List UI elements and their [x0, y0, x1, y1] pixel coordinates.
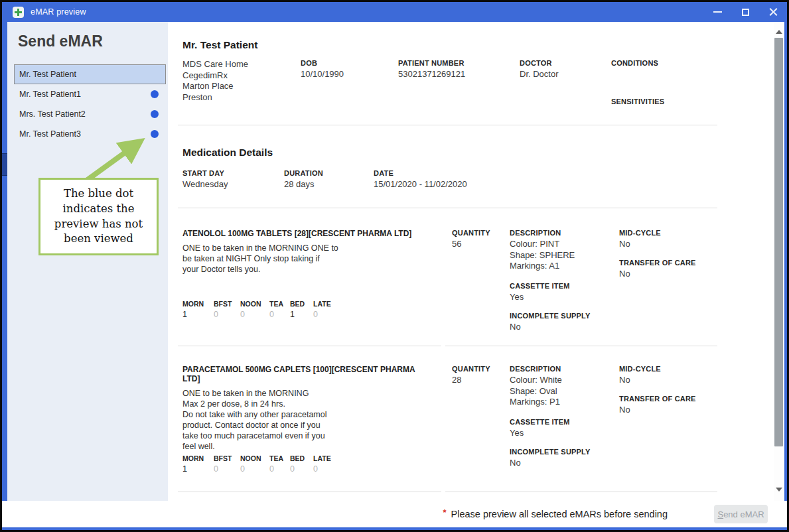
- unviewed-dot-icon: [151, 90, 159, 98]
- doctor-field: DOCTOR Dr. Doctor: [520, 59, 559, 79]
- incomplete-supply-value: No: [510, 458, 619, 468]
- window-controls: [703, 2, 787, 22]
- cassette-item-value: Yes: [510, 292, 619, 302]
- scroll-up-icon[interactable]: [776, 30, 782, 34]
- cassette-item-label: CASSETTE ITEM: [510, 418, 619, 426]
- dose-time-label: NOON: [240, 300, 269, 308]
- patient-list-item[interactable]: Mr. Test Patient: [14, 64, 166, 84]
- dose-time-label: TEA: [269, 300, 290, 308]
- description-value: Colour: PINT Shape: SPHERE Markings: A1: [510, 239, 619, 272]
- left-border-grip[interactable]: [2, 153, 7, 176]
- cycle-column: MID-CYCLE No TRANSFER OF CARE No: [619, 229, 717, 332]
- medication-divider: [445, 346, 717, 346]
- dose-value: 0: [240, 310, 269, 319]
- emar-preview-window: eMAR preview Send eMAR Mr. Test Patient …: [0, 0, 789, 532]
- dose-value: 0: [269, 464, 290, 474]
- quantity-value: 56: [452, 239, 510, 249]
- description-value: Colour: White Shape: Oval Markings: P1: [510, 375, 619, 408]
- close-button[interactable]: [759, 2, 787, 22]
- transfer-of-care-value: No: [619, 269, 717, 279]
- dose-value: 1: [182, 464, 214, 474]
- callout-arrow-icon: [67, 121, 160, 184]
- medication-row: ATENOLOL 100MG TABLETS [28][CRESCENT PHA…: [182, 229, 717, 332]
- patient-number-field: PATIENT NUMBER 53021371269121: [398, 59, 465, 79]
- maximize-icon: [742, 9, 749, 16]
- sensitivities-field: SENSITIVITIES: [611, 98, 664, 107]
- dob-value: 10/10/1990: [301, 69, 344, 79]
- dose-column: LATE 0: [313, 300, 337, 319]
- mid-cycle-label: MID-CYCLE: [619, 229, 717, 237]
- address-lines: MDS Care Home CegedimRx Marton Place Pre…: [182, 59, 248, 103]
- scrollbar-thumb[interactable]: [774, 38, 783, 446]
- patient-name-label: Mrs. Test Patient2: [19, 109, 86, 119]
- send-button-accesskey: S: [717, 509, 723, 519]
- duration-label: DURATION: [284, 169, 323, 177]
- patient-list-item[interactable]: Mr. Test Patient1: [14, 84, 166, 104]
- medication-name: PARACETAMOL 500MG CAPLETS [100][CRESCENT…: [182, 365, 452, 383]
- date-range-value: 15/01/2020 - 11/02/2020: [374, 179, 467, 189]
- medication-main-column: PARACETAMOL 500MG CAPLETS [100][CRESCENT…: [182, 365, 452, 474]
- doctor-label: DOCTOR: [520, 59, 559, 67]
- mid-cycle-value: No: [619, 239, 717, 249]
- description-label: DESCRIPTION: [510, 365, 619, 373]
- incomplete-supply-label: INCOMPLETE SUPPLY: [510, 448, 619, 456]
- footer-bar: * Please preview all selected eMARs befo…: [2, 501, 787, 527]
- cycle-column: MID-CYCLE No TRANSFER OF CARE No: [619, 365, 717, 474]
- window-title: eMAR preview: [31, 7, 86, 17]
- description-column: DESCRIPTION Colour: PINT Shape: SPHERE M…: [510, 229, 619, 332]
- medication-row: PARACETAMOL 500MG CAPLETS [100][CRESCENT…: [182, 365, 717, 474]
- date-label: DATE: [374, 169, 467, 177]
- vertical-scrollbar[interactable]: [774, 22, 784, 501]
- medication-name: ATENOLOL 100MG TABLETS [28][CRESCENT PHA…: [182, 229, 452, 238]
- dose-value: 1: [182, 310, 214, 319]
- dose-time-label: LATE: [313, 454, 337, 462]
- dose-column: MORN 1: [182, 454, 214, 474]
- sidebar: Send eMAR Mr. Test Patient Mr. Test Pati…: [7, 22, 168, 501]
- duration-field: DURATION 28 days: [284, 169, 323, 189]
- preview-pane: Mr. Test Patient MDS Care Home CegedimRx…: [168, 22, 774, 501]
- page-title: Send eMAR: [18, 33, 103, 50]
- quantity-value: 28: [452, 375, 510, 385]
- cassette-item-label: CASSETTE ITEM: [510, 282, 619, 290]
- scroll-down-icon[interactable]: [776, 488, 782, 492]
- dose-column: LATE 0: [313, 454, 337, 474]
- medication-details-title: Medication Details: [182, 147, 273, 159]
- description-label: DESCRIPTION: [510, 229, 619, 237]
- conditions-field: CONDITIONS: [611, 59, 658, 69]
- blue-dot-annotation: The blue dot indicates the preview has n…: [38, 178, 159, 255]
- mid-cycle-label: MID-CYCLE: [619, 365, 717, 373]
- start-day-field: START DAY Wednesday: [182, 169, 228, 189]
- date-range-field: DATE 15/01/2020 - 11/02/2020: [374, 169, 467, 189]
- incomplete-supply-value: No: [510, 322, 619, 332]
- dose-time-label: BFST: [214, 454, 240, 462]
- doctor-value: Dr. Doctor: [520, 69, 559, 79]
- unviewed-dot-icon: [151, 110, 159, 118]
- sensitivities-label: SENSITIVITIES: [611, 98, 664, 105]
- dose-time-label: BED: [290, 300, 313, 308]
- transfer-of-care-label: TRANSFER OF CARE: [619, 259, 717, 267]
- conditions-label: CONDITIONS: [611, 59, 658, 67]
- close-icon: [769, 8, 778, 17]
- window-right-border: [784, 22, 787, 501]
- minimize-button[interactable]: [703, 2, 731, 22]
- dose-column: NOON 0: [240, 454, 269, 474]
- dose-value: 0: [240, 464, 269, 474]
- patient-header-name: Mr. Test Patient: [182, 39, 257, 51]
- dob-label: DOB: [301, 59, 344, 67]
- dose-value: 0: [214, 310, 240, 319]
- send-emar-button[interactable]: Send eMAR: [714, 505, 768, 523]
- app-logo-icon: [13, 7, 24, 18]
- dose-column: BED 0: [290, 454, 313, 474]
- patient-number-value: 53021371269121: [398, 69, 465, 79]
- medication-main-column: ATENOLOL 100MG TABLETS [28][CRESCENT PHA…: [182, 229, 452, 332]
- start-day-value: Wednesday: [182, 179, 228, 189]
- medication-divider: [445, 492, 717, 492]
- window-bottom-border: [2, 527, 787, 530]
- dose-column: TEA 0: [269, 300, 290, 319]
- preview-warning-text: Please preview all selected eMARs before…: [451, 509, 668, 519]
- patient-name-label: Mr. Test Patient1: [19, 90, 81, 99]
- maximize-button[interactable]: [731, 2, 759, 22]
- dose-value: 0: [269, 310, 290, 319]
- patient-number-label: PATIENT NUMBER: [398, 59, 465, 67]
- dose-schedule-table: MORN 1 BFST 0 NOON 0 TEA: [182, 300, 452, 319]
